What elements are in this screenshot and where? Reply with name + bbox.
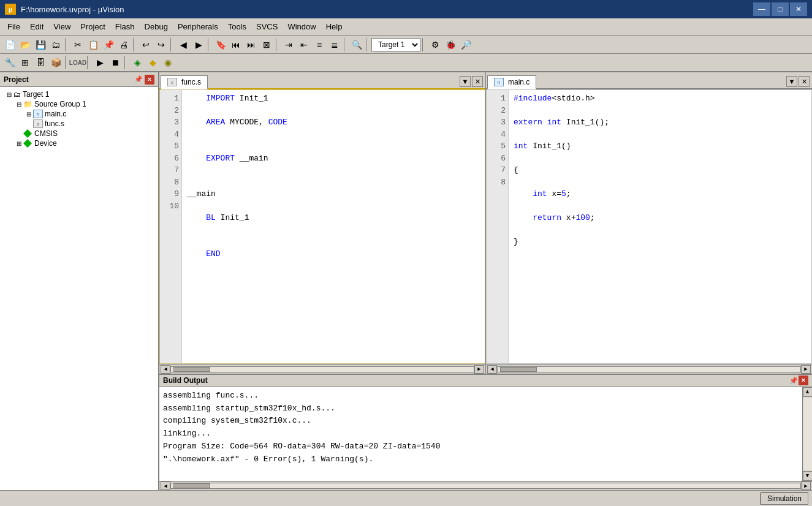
menu-peripherals[interactable]: Peripherals	[173, 20, 223, 33]
stop-btn[interactable]: ⏹	[108, 55, 123, 70]
pin-button[interactable]: 📌	[134, 75, 143, 85]
cut-button[interactable]: ✂	[70, 37, 85, 52]
close-button[interactable]: ✕	[790, 2, 807, 16]
menu-edit[interactable]: Edit	[25, 20, 48, 33]
build-scroll-right[interactable]: ▶	[801, 481, 811, 490]
scrollbar-h-left[interactable]: ◀ ▶	[159, 364, 485, 374]
col-align-button[interactable]: ≡	[312, 37, 327, 52]
scrollbar-h-right[interactable]: ◀ ▶	[486, 364, 812, 374]
menu-tools[interactable]: Tools	[223, 20, 251, 33]
load-btn[interactable]: LOAD	[70, 55, 85, 70]
build-scroll-track[interactable]	[803, 398, 812, 470]
tree-device[interactable]: ⊞ Device	[2, 138, 156, 148]
print-button[interactable]: 🖨	[116, 37, 131, 52]
scroll-left-arrow[interactable]: ◀	[161, 365, 170, 374]
settings-button[interactable]: ⚙	[428, 37, 442, 52]
tab-funcs[interactable]: s func.s	[161, 75, 208, 89]
build-chip-btn[interactable]: ◈	[130, 55, 145, 70]
tab-controls-left: ▼ ✕	[460, 76, 484, 88]
flash-chip-btn[interactable]: ◆	[145, 55, 160, 70]
build-h-thumb[interactable]	[173, 483, 210, 488]
menu-help[interactable]: Help	[321, 20, 347, 33]
code-text-right[interactable]: #include<stdio.h> extern int Init_1(); i…	[509, 90, 811, 363]
debug-btn[interactable]: 🐞	[443, 37, 458, 52]
tree-cmsis[interactable]: CMSIS	[2, 129, 156, 138]
tree-sourcegroup1[interactable]: ⊟ 📁 Source Group 1	[2, 99, 156, 109]
indent-button[interactable]: ⇥	[281, 37, 296, 52]
save-all-button[interactable]: 🗂	[48, 37, 63, 52]
expand-sourcegroup-icon: ⊟	[15, 101, 23, 108]
menu-window[interactable]: Window	[283, 20, 321, 33]
tab-mainc-icon: h	[494, 78, 504, 86]
code-editor-right[interactable]: 12345 678 #include<stdio.h> extern int I…	[486, 89, 812, 364]
scrollbar-thumb-right[interactable]	[500, 367, 537, 372]
menu-svcs[interactable]: SVCS	[251, 20, 283, 33]
build-scroll-down[interactable]: ▼	[803, 471, 813, 481]
tab-right-dropdown[interactable]: ▼	[786, 76, 797, 87]
tab-left-close[interactable]: ✕	[472, 76, 483, 87]
cmsis-label: CMSIS	[34, 129, 58, 138]
window-controls: — □ ✕	[753, 2, 807, 16]
bookmark-prev-button[interactable]: ⏮	[229, 37, 243, 52]
bookmark-button[interactable]: 🔖	[213, 37, 228, 52]
run-btn[interactable]: ▶	[93, 55, 107, 70]
tab-left-dropdown[interactable]: ▼	[460, 76, 471, 87]
scroll-right-arrow-right[interactable]: ▶	[801, 365, 811, 374]
menu-view[interactable]: View	[48, 20, 75, 33]
tab-mainc[interactable]: h main.c	[487, 75, 536, 89]
search-btn[interactable]: 🔎	[458, 37, 473, 52]
scroll-right-arrow[interactable]: ▶	[474, 365, 484, 374]
scrollbar-track-left[interactable]	[170, 366, 474, 372]
menu-flash[interactable]: Flash	[110, 20, 140, 33]
scrollbar-track-right[interactable]	[497, 366, 801, 372]
tree-funcs[interactable]: s func.s	[2, 119, 156, 129]
mem2-btn[interactable]: 📦	[48, 55, 63, 70]
col-align2-button[interactable]: ≣	[327, 37, 342, 52]
target1-label: Target 1	[23, 90, 49, 99]
build-close-button[interactable]: ✕	[799, 376, 808, 385]
target-selector[interactable]: Target 1	[371, 38, 420, 51]
build-scrollbar[interactable]: ▲ ▼	[802, 387, 812, 481]
save-button[interactable]: 💾	[33, 37, 48, 52]
build-scroll-left[interactable]: ◀	[161, 481, 170, 490]
paste-button[interactable]: 📌	[101, 37, 116, 52]
scrollbar-thumb-left[interactable]	[173, 367, 210, 372]
chip-btn[interactable]: 🔧	[2, 55, 17, 70]
redo-button[interactable]: ↪	[154, 37, 169, 52]
menu-debug[interactable]: Debug	[140, 20, 173, 33]
bookmark-clear-button[interactable]: ⊠	[259, 37, 274, 52]
tree-mainc[interactable]: ⊞ h main.c	[2, 109, 156, 119]
build-line-1: assembling func.s...	[163, 390, 799, 402]
new-file-button[interactable]: 📄	[2, 37, 17, 52]
maximize-button[interactable]: □	[772, 2, 789, 16]
separator-7	[366, 38, 370, 51]
code-text-left[interactable]: IMPORT Init_1 AREA MYCODE, CODE EXPORT _…	[182, 90, 485, 363]
open-file-button[interactable]: 📂	[18, 37, 32, 52]
undo-button[interactable]: ↩	[138, 37, 153, 52]
scroll-left-arrow-right[interactable]: ◀	[487, 365, 497, 374]
build-pin-button[interactable]: 📌	[789, 376, 799, 385]
build-h-scrollbar[interactable]: ◀ ▶	[159, 481, 812, 490]
project-close-button[interactable]: ✕	[145, 75, 154, 85]
debug-start-btn[interactable]: ◉	[161, 55, 175, 70]
find-button[interactable]: 🔍	[349, 37, 364, 52]
build-h-track[interactable]	[170, 483, 801, 489]
menu-project[interactable]: Project	[75, 20, 110, 33]
mainc-icon: h	[33, 110, 43, 118]
code-editor-left[interactable]: 12345 678910 IMPORT Init_1 AREA MYCODE, …	[159, 89, 485, 364]
unindent-button[interactable]: ⇤	[297, 37, 311, 52]
tab-right-close[interactable]: ✕	[799, 76, 810, 87]
menu-file[interactable]: File	[2, 20, 25, 33]
window-title: F:\homework.uvproj - µVision	[21, 5, 748, 14]
nav-fwd-button[interactable]: ▶	[191, 37, 206, 52]
copy-button[interactable]: 📋	[86, 37, 101, 52]
nav-back-button[interactable]: ◀	[176, 37, 191, 52]
status-bar: Simulation	[0, 490, 812, 506]
bookmark-next-button[interactable]: ⏭	[244, 37, 259, 52]
separator-1	[65, 38, 69, 51]
minimize-button[interactable]: —	[753, 2, 770, 16]
build-scroll-up[interactable]: ▲	[803, 387, 813, 397]
layout-btn[interactable]: ⊞	[18, 55, 32, 70]
tree-target1[interactable]: ⊟ 🗂 Target 1	[2, 89, 156, 99]
mem-btn[interactable]: 🗄	[33, 55, 48, 70]
